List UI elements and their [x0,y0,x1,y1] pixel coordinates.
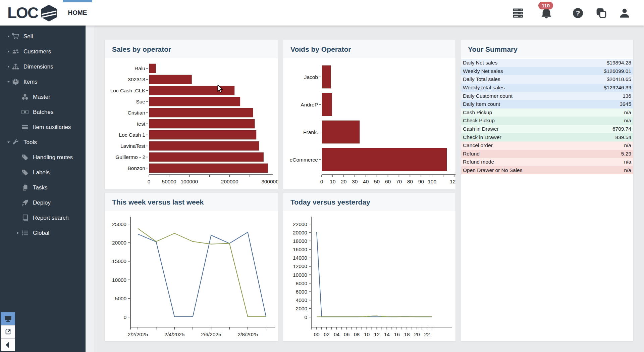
summary-row-refund-mode: Refund moden/a [461,158,633,166]
data-menu-button[interactable] [512,7,524,19]
panel-title: Your Summary [468,45,518,53]
summary-row-value: 136 [623,93,631,99]
svg-text:60: 60 [385,179,391,184]
caret-spacer [16,95,21,99]
profile-button[interactable] [619,7,630,19]
svg-text:Cristian: Cristian [127,110,145,116]
windows-button[interactable] [596,7,607,19]
sidebar-item-master[interactable]: Master [0,89,86,104]
tag-icon [21,154,30,161]
svg-text:4000: 4000 [296,297,308,303]
svg-text:18: 18 [404,332,410,337]
your-summary-panel: Your Summary Daily Net sales$19894.28Wee… [461,40,634,342]
sidebar-item-label: Labels [33,169,50,176]
sidebar-item-handling-routes[interactable]: Handling routes [0,150,86,165]
summary-row-cancel-order: Cancel ordern/a [461,141,633,150]
tab-home[interactable]: HOME [63,0,92,26]
svg-text:04: 04 [334,332,340,337]
sales-by-operator-panel: Sales by operator Ralu302313Loc Cash :CL… [104,40,278,189]
summary-row-label: Cancel order [463,142,493,148]
sidebar-item-batches[interactable]: Batches [0,104,86,120]
sitemap-icon [12,63,21,70]
summary-row-label: Check in Drawer [463,134,501,140]
top-bar: LOC HOME 110? [0,0,644,26]
display-mode-button[interactable] [1,312,15,325]
notifications-button[interactable]: 110 [541,7,552,19]
summary-row-label: Cash Pickup [463,109,492,116]
caret-down-icon[interactable] [7,140,12,145]
svg-text:80: 80 [407,179,413,184]
caret-spacer [16,110,21,115]
wrench-icon [12,139,21,146]
sidebar-item-labels[interactable]: Labels [0,165,86,180]
caret-spacer [16,185,21,190]
svg-text:200000: 200000 [221,179,238,184]
today-versus-yesterday-chart: 0200040006000800010000120001400016000180… [283,211,455,342]
sidebar-item-tools[interactable]: Tools [0,135,86,150]
svg-text:Guillermo - 2: Guillermo - 2 [115,154,145,160]
svg-text:12: 12 [374,332,380,337]
help-button[interactable]: ? [572,7,584,19]
voids-by-operator-panel: Voids by Operator JacobAndrePFrank.eComm… [283,40,456,189]
loc-logo-hexagon-icon [40,4,58,22]
summary-row-value: $19894.28 [607,60,631,66]
share-icon [4,328,12,336]
caret-right-icon[interactable] [7,34,12,39]
panel-header: Your Summary [461,40,633,58]
sidebar-item-dimensions[interactable]: Dimensions [0,59,86,74]
summary-row-label: Open Drawer or No Sales [463,167,522,173]
panel-title: Sales by operator [112,45,171,53]
panel-header: Voids by Operator [283,40,455,58]
svg-text:16: 16 [394,332,400,337]
caret-right-icon[interactable] [7,49,12,54]
panel-title: Today versus yesterday [290,198,370,206]
svg-text:10: 10 [330,179,336,184]
popout-button[interactable] [1,325,15,338]
sidebar-item-deploy[interactable]: Deploy [0,195,86,210]
voids-bar-chart-svg: JacobAndrePFrank.eCommerce01020304050607… [283,58,455,189]
sidebar-item-report-search[interactable]: Report search [0,210,86,225]
summary-row-check-in-drawer: Check in Drawer839.54 [461,133,633,141]
server-icon [512,14,524,20]
sidebar-item-item-auxiliaries[interactable]: Item auxiliaries [0,120,86,135]
week-versus-week-panel: This week versus last week 0500010000150… [104,193,278,342]
svg-text:10000: 10000 [293,272,307,278]
sidebar-item-global[interactable]: Global [0,225,86,240]
caret-down-icon[interactable] [7,80,12,84]
caret-spacer [16,201,21,205]
svg-text:2/4/2025: 2/4/2025 [164,332,184,337]
summary-row-label: Daily Customer count [463,93,513,99]
sidebar-item-label: Handling routes [33,154,73,161]
sidebar-scrollbar-track[interactable] [86,26,94,352]
collapse-sidebar-button[interactable] [1,338,15,351]
svg-text:20000: 20000 [112,240,126,246]
summary-row-open-drawer-or-no-sales: Open Drawer or No Salesn/a [461,166,633,175]
caret-right-icon[interactable] [16,231,21,235]
svg-text:LavinaTest: LavinaTest [120,143,146,149]
notification-count-badge: 110 [538,2,553,9]
users-icon [12,48,21,55]
sidebar-item-items[interactable]: Items [0,74,86,89]
sidebar-item-tasks[interactable]: Tasks [0,180,86,195]
svg-text:02: 02 [324,332,329,337]
sidebar-item-label: Customers [23,48,51,55]
caret-right-icon[interactable] [7,64,12,69]
summary-row-cash-pickup: Cash Pickupn/a [461,108,633,117]
money-bill-icon [21,108,30,116]
sidebar-item-customers[interactable]: Customers [0,44,86,59]
summary-row-value: $20418.65 [607,76,631,82]
panel-header: Sales by operator [105,40,278,58]
pages-icon [21,184,30,191]
svg-text:120: 120 [450,179,455,184]
sidebar-item-sell[interactable]: Sell [0,29,86,44]
svg-text:0: 0 [304,314,307,320]
summary-row-value: 839.54 [615,134,631,140]
summary-row-cash-in-drawer: Cash in Drawer6709.74 [461,125,633,133]
caret-spacer [16,155,21,160]
svg-text:14000: 14000 [293,255,307,261]
summary-row-value: $129246.39 [604,85,631,91]
summary-row-label: Weekly Net sales [463,68,503,74]
svg-text:8000: 8000 [296,280,308,286]
svg-text:test: test [137,121,146,127]
summary-row-value: 5.29 [621,151,631,157]
